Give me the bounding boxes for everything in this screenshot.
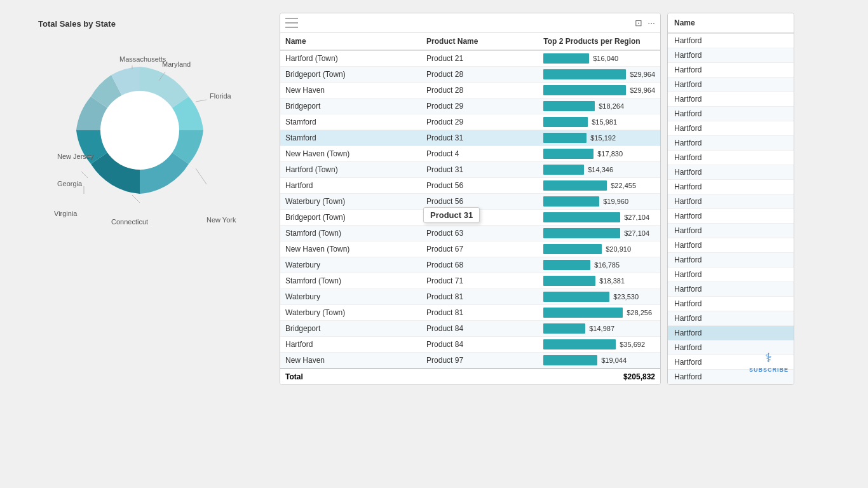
cell-bar: $23,530 xyxy=(538,289,660,305)
cell-name: Waterbury (Town) xyxy=(280,305,421,321)
bar-value: $18,264 xyxy=(599,102,624,110)
bar-value: $35,692 xyxy=(620,341,645,348)
cell-bar: $35,692 xyxy=(538,337,660,353)
chart-panel: Total Sales by State Maryland Massachuse… xyxy=(6,13,273,232)
cell-name: Bridgeport xyxy=(280,98,421,114)
total-value: $205,832 xyxy=(538,369,660,384)
list-item[interactable]: Hartford xyxy=(668,311,794,326)
cell-product: Product 71 xyxy=(421,273,538,289)
list-item[interactable]: Hartford xyxy=(668,180,794,194)
list-item[interactable]: Hartford xyxy=(668,297,794,311)
cell-name: Hartford (Town) xyxy=(280,50,421,67)
cell-bar: $14,987 xyxy=(538,321,660,337)
bar-value: $17,830 xyxy=(597,150,623,158)
cell-bar: $19,960 xyxy=(538,194,660,210)
more-icon[interactable]: ··· xyxy=(648,18,655,28)
table-header-bar: ⊡ ··· xyxy=(280,13,660,33)
list-item[interactable]: Hartford xyxy=(668,151,794,165)
data-table: Name Product Name Top 2 Products per Reg… xyxy=(280,33,660,384)
cell-name: Stamford (Town) xyxy=(280,226,421,241)
list-item[interactable]: Hartford xyxy=(668,209,794,224)
bar-value: $16,040 xyxy=(593,55,618,62)
cell-product: Product 21 xyxy=(421,50,538,67)
right-list: HartfordHartfordHartfordHartfordHartford… xyxy=(668,34,794,384)
bar-value: $15,192 xyxy=(590,134,616,142)
list-item[interactable]: Hartford xyxy=(668,268,794,282)
bar-value: $16,785 xyxy=(594,261,620,269)
chart-title: Total Sales by State xyxy=(38,19,261,29)
label-massachusetts: Massachusetts xyxy=(119,55,166,63)
list-item[interactable]: Hartford xyxy=(668,238,794,253)
list-item[interactable]: Hartford xyxy=(668,136,794,151)
bar-visual xyxy=(543,308,623,318)
label-newyork: New York xyxy=(207,216,236,224)
expand-icon[interactable]: ⊡ xyxy=(635,18,642,28)
bar-value: $27,104 xyxy=(624,229,649,237)
right-panel: Name HartfordHartfordHartfordHartfordHar… xyxy=(667,13,794,385)
list-item[interactable]: Hartford xyxy=(668,224,794,238)
cell-product: Product 28 xyxy=(421,83,538,98)
bar-visual xyxy=(543,228,620,238)
list-item[interactable]: Hartford xyxy=(668,63,794,78)
donut-svg: Maryland Massachusetts Florida New Jerse… xyxy=(38,35,241,226)
label-connecticut: Connecticut xyxy=(111,218,148,226)
cell-name: Waterbury xyxy=(280,289,421,305)
cell-bar: $28,256 xyxy=(538,305,660,321)
cell-bar: $18,264 xyxy=(538,98,660,114)
bar-visual xyxy=(543,85,626,95)
bar-visual xyxy=(543,339,616,349)
bar-value: $14,346 xyxy=(588,166,613,173)
cell-name: Hartford xyxy=(280,337,421,353)
cell-product: Product 4 xyxy=(421,146,538,162)
svg-line-4 xyxy=(81,172,88,178)
label-virginia: Virginia xyxy=(54,210,78,217)
bar-value: $19,044 xyxy=(601,356,627,364)
col-name: Name xyxy=(280,33,421,50)
cell-bar: $27,104 xyxy=(538,210,660,226)
list-item[interactable]: Hartford xyxy=(668,194,794,209)
bar-visual xyxy=(543,69,626,79)
svg-line-6 xyxy=(132,195,140,203)
list-item[interactable]: Hartford xyxy=(668,92,794,107)
cell-product: Product 68 xyxy=(421,257,538,273)
cell-product: Product 28 xyxy=(421,67,538,83)
list-item[interactable]: Hartford xyxy=(668,165,794,180)
label-florida: Florida xyxy=(210,92,232,100)
cell-bar: $15,192 xyxy=(538,130,660,146)
label-georgia: Georgia xyxy=(57,180,83,187)
list-item[interactable]: Hartford xyxy=(668,253,794,268)
list-item[interactable]: Hartford xyxy=(668,282,794,297)
cell-name: Waterbury (Town) xyxy=(280,194,421,210)
list-item[interactable]: Hartford xyxy=(668,34,794,48)
cell-bar: $29,964 xyxy=(538,83,660,98)
cell-product: Product 31 xyxy=(421,130,538,146)
list-item[interactable]: Hartford xyxy=(668,107,794,121)
cell-product: Product 81 xyxy=(421,305,538,321)
cell-name: New Haven (Town) xyxy=(280,146,421,162)
cell-name: Hartford xyxy=(280,178,421,194)
bar-value: $23,530 xyxy=(613,293,639,301)
cell-bar: $15,981 xyxy=(538,114,660,130)
svg-line-2 xyxy=(196,100,207,102)
list-item[interactable]: Hartford xyxy=(668,326,794,341)
cell-name: Bridgeport (Town) xyxy=(280,210,421,226)
drag-handle[interactable] xyxy=(285,17,298,29)
cell-name: Stamford xyxy=(280,130,421,146)
cell-product: Product 63 xyxy=(421,226,538,241)
cell-product: Product 84 xyxy=(421,337,538,353)
cell-name: Bridgeport (Town) xyxy=(280,67,421,83)
list-item[interactable]: Hartford xyxy=(668,121,794,136)
donut-hole xyxy=(100,91,179,170)
cell-product: Product 31 xyxy=(421,162,538,178)
bar-value: $15,981 xyxy=(592,118,617,126)
col-bar: Top 2 Products per Region xyxy=(538,33,660,50)
bar-visual xyxy=(543,292,609,302)
list-item[interactable]: Hartford xyxy=(668,78,794,92)
cell-product: Product 81 xyxy=(421,289,538,305)
right-panel-header: Name xyxy=(668,13,794,34)
bar-value: $19,960 xyxy=(603,198,628,205)
cell-name: New Haven xyxy=(280,83,421,98)
table-panel: ⊡ ··· Name Product Name Top 2 Products p… xyxy=(280,13,661,385)
list-item[interactable]: Hartford xyxy=(668,48,794,63)
cell-bar: $16,785 xyxy=(538,257,660,273)
